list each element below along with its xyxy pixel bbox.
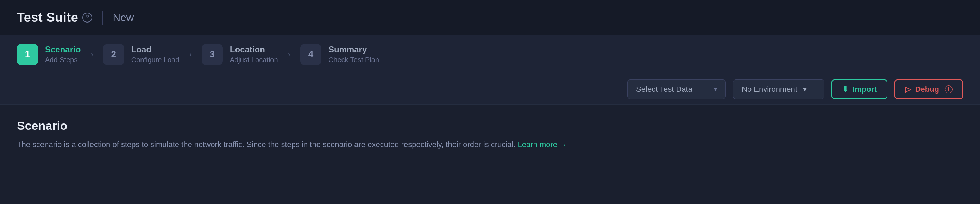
debug-button[interactable]: ▷ Debug i (894, 79, 963, 99)
step-1-subtitle: Add Steps (45, 56, 81, 64)
step-1-number: 1 (17, 44, 38, 65)
environment-chevron-icon: ▾ (803, 85, 807, 94)
step-2-number: 2 (103, 44, 124, 65)
debug-help-icon: i (945, 85, 953, 93)
step-2-labels: Load Configure Load (131, 45, 180, 64)
step-4[interactable]: 4 Summary Check Test Plan (300, 44, 379, 65)
step-4-labels: Summary Check Test Plan (328, 45, 379, 64)
header: Test Suite ? New (0, 0, 980, 35)
step-4-number: 4 (300, 44, 321, 65)
app-title: Test Suite (17, 10, 78, 25)
scenario-description: The scenario is a collection of steps to… (17, 138, 963, 150)
header-subtitle: New (113, 12, 134, 24)
step-3-subtitle: Adjust Location (230, 56, 278, 64)
step-3-title: Location (230, 45, 278, 55)
stepper: 1 Scenario Add Steps › 2 Load Configure … (17, 44, 379, 65)
step-arrow-2: › (189, 50, 192, 59)
debug-label: Debug (915, 85, 939, 94)
title-help-icon[interactable]: ? (83, 13, 92, 22)
app-container: Test Suite ? New 1 Scenario Add Steps › … (0, 0, 980, 204)
step-1-title: Scenario (45, 45, 81, 55)
step-arrow-3: › (288, 50, 290, 59)
step-4-title: Summary (328, 45, 379, 55)
header-divider (102, 11, 103, 25)
select-test-data-label: Select Test Data (636, 85, 692, 94)
import-icon: ⬇ (842, 85, 848, 94)
toolbar: Select Test Data ▾ No Environment ▾ ⬇ Im… (0, 74, 980, 105)
step-4-subtitle: Check Test Plan (328, 56, 379, 64)
no-environment-dropdown[interactable]: No Environment ▾ (733, 79, 824, 99)
select-test-data-dropdown[interactable]: Select Test Data ▾ (627, 79, 726, 99)
step-3[interactable]: 3 Location Adjust Location (202, 44, 278, 65)
scenario-section-title: Scenario (17, 119, 963, 133)
stepper-bar: 1 Scenario Add Steps › 2 Load Configure … (0, 35, 980, 74)
main-content: Scenario The scenario is a collection of… (0, 105, 980, 204)
step-2-title: Load (131, 45, 180, 55)
learn-more-link[interactable]: Learn more → (518, 140, 568, 149)
import-label: Import (853, 85, 877, 94)
step-1[interactable]: 1 Scenario Add Steps (17, 44, 81, 65)
select-test-data-chevron-icon: ▾ (714, 85, 717, 93)
step-3-number: 3 (202, 44, 223, 65)
no-environment-label: No Environment (742, 85, 797, 94)
step-2[interactable]: 2 Load Configure Load (103, 44, 180, 65)
debug-play-icon: ▷ (905, 85, 911, 94)
import-button[interactable]: ⬇ Import (832, 79, 887, 99)
step-arrow-1: › (91, 50, 93, 59)
step-2-subtitle: Configure Load (131, 56, 180, 64)
step-3-labels: Location Adjust Location (230, 45, 278, 64)
step-1-labels: Scenario Add Steps (45, 45, 81, 64)
